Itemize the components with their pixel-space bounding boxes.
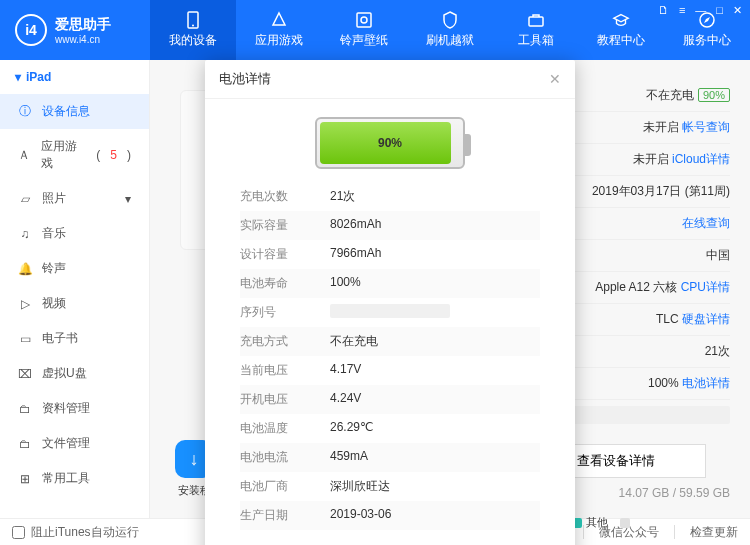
param-label: 实际容量 bbox=[240, 217, 330, 234]
disk-link[interactable]: 硬盘详情 bbox=[682, 312, 730, 326]
device-selector[interactable]: ▾ iPad bbox=[0, 60, 149, 94]
sidebar-item-ebooks[interactable]: ▭电子书 bbox=[0, 321, 149, 356]
param-value: 21次 bbox=[330, 188, 355, 205]
param-row: 当前电压4.17V bbox=[240, 356, 540, 385]
sidebar-item-photos[interactable]: ▱照片▾ bbox=[0, 181, 149, 216]
logo-icon: i4 bbox=[15, 14, 47, 46]
param-value: 4.24V bbox=[330, 391, 361, 408]
sidebar: ▾ iPad ⓘ设备信息 Ａ应用游戏(5) ▱照片▾ ♫音乐 🔔铃声 ▷视频 ▭… bbox=[0, 60, 150, 518]
usb-icon: ⌧ bbox=[18, 367, 32, 381]
param-value: 100% bbox=[330, 275, 361, 292]
shield-icon bbox=[441, 11, 459, 29]
nav-label: 铃声壁纸 bbox=[340, 32, 388, 49]
param-value: 深圳欣旺达 bbox=[330, 478, 390, 495]
param-label: 电池寿命 bbox=[240, 275, 330, 292]
sidebar-item-apps[interactable]: Ａ应用游戏(5) bbox=[0, 129, 149, 181]
nav-tab-flash[interactable]: 刷机越狱 bbox=[407, 0, 493, 60]
close-icon[interactable]: ✕ bbox=[733, 4, 742, 17]
nav-label: 工具箱 bbox=[518, 32, 554, 49]
cpu-link[interactable]: CPU详情 bbox=[681, 280, 730, 294]
toolbox-icon bbox=[527, 11, 545, 29]
param-label: 电池电流 bbox=[240, 449, 330, 466]
app-header: i4 爱思助手 www.i4.cn 我的设备 应用游戏 铃声壁纸 刷机越狱 工具… bbox=[0, 0, 750, 60]
sidebar-item-udisk[interactable]: ⌧虚拟U盘 bbox=[0, 356, 149, 391]
music-icon: ♫ bbox=[18, 227, 32, 241]
legend-swatch bbox=[620, 518, 630, 528]
param-label: 生产日期 bbox=[240, 507, 330, 524]
device-icon bbox=[184, 11, 202, 29]
param-value: 7966mAh bbox=[330, 246, 381, 263]
sidebar-item-ringtones[interactable]: 🔔铃声 bbox=[0, 251, 149, 286]
grid-icon: ⊞ bbox=[18, 472, 32, 486]
app-icon: Ａ bbox=[18, 147, 31, 164]
sidebar-item-tools[interactable]: ⊞常用工具 bbox=[0, 461, 149, 496]
svg-rect-4 bbox=[529, 17, 543, 26]
warranty-link[interactable]: 在线查询 bbox=[682, 215, 730, 232]
param-row: 开机电压4.24V bbox=[240, 385, 540, 414]
sidebar-item-data[interactable]: 🗀资料管理 bbox=[0, 391, 149, 426]
sidebar-item-device-info[interactable]: ⓘ设备信息 bbox=[0, 94, 149, 129]
svg-point-1 bbox=[192, 25, 194, 27]
graduation-icon bbox=[612, 11, 630, 29]
prevent-itunes-checkbox[interactable] bbox=[12, 526, 25, 539]
footer-checkbox-label: 阻止iTunes自动运行 bbox=[31, 524, 139, 541]
param-row: 序列号 bbox=[240, 298, 540, 327]
dot-icon: ( bbox=[96, 148, 100, 162]
account-lookup-link[interactable]: 帐号查询 bbox=[682, 120, 730, 134]
apps-icon bbox=[270, 11, 288, 29]
logo-area: i4 爱思助手 www.i4.cn bbox=[0, 14, 150, 46]
minimize-icon[interactable]: — bbox=[695, 4, 706, 17]
sidebar-item-files[interactable]: 🗀文件管理 bbox=[0, 426, 149, 461]
video-icon: ▷ bbox=[18, 297, 32, 311]
icloud-link[interactable]: iCloud详情 bbox=[672, 152, 730, 166]
param-label: 电池温度 bbox=[240, 420, 330, 437]
param-value: 2019-03-06 bbox=[330, 507, 391, 524]
param-value: 26.29℃ bbox=[330, 420, 373, 437]
nav-tab-apps[interactable]: 应用游戏 bbox=[236, 0, 322, 60]
files-icon: 🗀 bbox=[18, 437, 32, 451]
param-row: 充电方式不在充电 bbox=[240, 327, 540, 356]
modal-title: 电池详情 bbox=[219, 70, 271, 88]
nav-tab-tutorials[interactable]: 教程中心 bbox=[579, 0, 665, 60]
badge: 5 bbox=[110, 148, 117, 162]
chevron-down-icon: ▾ bbox=[15, 70, 21, 84]
nav-tab-my-device[interactable]: 我的设备 bbox=[150, 0, 236, 60]
battery-detail-modal: 电池详情 ✕ 90% 充电次数21次实际容量8026mAh设计容量7966mAh… bbox=[205, 60, 575, 545]
brand-title: 爱思助手 bbox=[55, 16, 111, 34]
svg-point-3 bbox=[361, 17, 367, 23]
battery-badge: 90% bbox=[698, 88, 730, 102]
hamburger-icon[interactable]: ≡ bbox=[679, 4, 685, 17]
battery-link[interactable]: 电池详情 bbox=[682, 376, 730, 390]
maximize-icon[interactable]: □ bbox=[716, 4, 723, 17]
wallpaper-icon bbox=[355, 11, 373, 29]
param-row: 设计容量7966mAh bbox=[240, 240, 540, 269]
param-value: 4.17V bbox=[330, 362, 361, 379]
book-icon: ▭ bbox=[18, 332, 32, 346]
nav-label: 我的设备 bbox=[169, 32, 217, 49]
folder-icon: 🗀 bbox=[18, 402, 32, 416]
device-name-label: iPad bbox=[26, 70, 51, 84]
nav-tab-ringtones[interactable]: 铃声壁纸 bbox=[321, 0, 407, 60]
photo-icon: ▱ bbox=[18, 192, 32, 206]
param-label: 充电方式 bbox=[240, 333, 330, 350]
menu-icon[interactable]: 🗋 bbox=[658, 4, 669, 17]
battery-params: 充电次数21次实际容量8026mAh设计容量7966mAh电池寿命100%序列号… bbox=[205, 177, 575, 535]
brand-url: www.i4.cn bbox=[55, 34, 111, 45]
param-value: 8026mAh bbox=[330, 217, 381, 234]
param-label: 电池厂商 bbox=[240, 478, 330, 495]
nav-label: 教程中心 bbox=[597, 32, 645, 49]
param-label: 序列号 bbox=[240, 304, 330, 321]
param-row: 电池寿命100% bbox=[240, 269, 540, 298]
param-row: 电池电流459mA bbox=[240, 443, 540, 472]
window-controls: 🗋 ≡ — □ ✕ bbox=[658, 4, 742, 17]
close-icon[interactable]: ✕ bbox=[549, 71, 561, 87]
sidebar-item-music[interactable]: ♫音乐 bbox=[0, 216, 149, 251]
battery-visual: 90% bbox=[205, 99, 575, 177]
param-row: 电池温度26.29℃ bbox=[240, 414, 540, 443]
nav-label: 服务中心 bbox=[683, 32, 731, 49]
param-label: 当前电压 bbox=[240, 362, 330, 379]
nav-tab-toolbox[interactable]: 工具箱 bbox=[493, 0, 579, 60]
sidebar-item-videos[interactable]: ▷视频 bbox=[0, 286, 149, 321]
param-row: 充电次数21次 bbox=[240, 182, 540, 211]
param-row: 实际容量8026mAh bbox=[240, 211, 540, 240]
